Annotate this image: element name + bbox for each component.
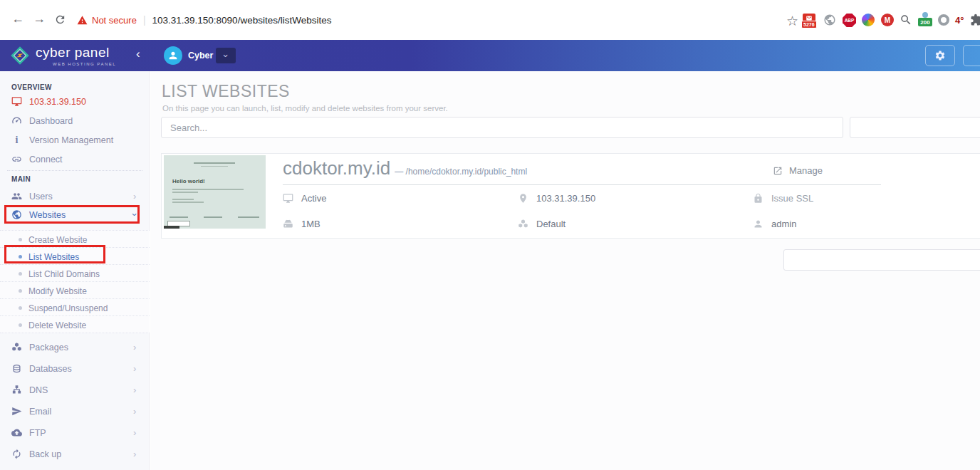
sidebar-item-backup[interactable]: Back up › — [0, 446, 150, 463]
search-input[interactable] — [161, 117, 843, 138]
sidebar-item-packages[interactable]: Packages › — [0, 339, 150, 356]
owner-label: admin — [771, 219, 796, 229]
mail-badge: 5276 — [801, 21, 817, 28]
sidebar-item-server-ip[interactable]: 103.31.39.150 — [0, 93, 150, 110]
manage-button[interactable]: Manage — [773, 165, 823, 176]
map-pin-icon — [518, 193, 528, 204]
sidebar-subitem-create-website[interactable]: Create Website — [0, 230, 150, 247]
adblock-extension-icon[interactable]: ABP — [843, 14, 857, 28]
monitor-icon — [283, 193, 293, 204]
sidebar-subitem-list-websites[interactable]: List Websites — [0, 247, 150, 264]
photos-extension-icon[interactable] — [862, 14, 876, 28]
link-icon — [11, 154, 22, 164]
owner-cell: admin — [753, 219, 796, 229]
thumb-line — [172, 202, 204, 203]
sidebar-item-label: Version Management — [29, 135, 113, 145]
browser-back-button[interactable]: ← — [11, 11, 24, 26]
sidebar-subitem-delete-website[interactable]: Delete Website — [0, 315, 150, 333]
dashboard-icon — [11, 115, 22, 126]
sidebar-item-label: Connect — [29, 155, 63, 164]
subitem-label: List Child Domains — [28, 269, 100, 279]
subitem-label: Suspend/Unsuspend — [28, 303, 108, 313]
warning-icon — [77, 15, 88, 26]
ring-extension-icon[interactable] — [938, 14, 952, 28]
thumb-line — [172, 199, 194, 200]
sidebar-item-dashboard[interactable]: Dashboard — [0, 113, 150, 130]
sidebar-item-label: Websites — [29, 210, 66, 220]
thumb-line — [201, 166, 228, 167]
thumb-line — [194, 162, 235, 164]
mail-extension-icon[interactable]: 5276 — [803, 14, 817, 28]
hdd-icon — [283, 219, 293, 229]
sidebar-item-connect[interactable]: Connect — [0, 151, 150, 168]
filter-input[interactable] — [850, 117, 980, 138]
bullet-icon — [19, 306, 22, 310]
bookmark-star-icon[interactable]: ☆ — [786, 13, 798, 29]
sidebar-item-version-management[interactable]: i Version Management — [0, 132, 150, 149]
chevron-right-icon: › — [133, 363, 136, 374]
search-extension-icon[interactable] — [900, 14, 914, 28]
sidebar-item-ftp[interactable]: FTP › — [0, 424, 150, 442]
settings-gear-button[interactable] — [925, 45, 955, 66]
website-domain[interactable]: cdoktor.my.id — [283, 157, 390, 179]
vpn-badge: 200 — [918, 18, 932, 26]
gear-icon — [934, 50, 946, 61]
thumb-line — [172, 189, 244, 190]
user-avatar[interactable] — [164, 46, 182, 65]
records-input[interactable] — [783, 249, 980, 271]
backup-icon — [11, 449, 22, 459]
main-content: LIST WEBSITES On this page you can launc… — [150, 71, 980, 470]
thumb-line — [170, 216, 188, 218]
thumb-line — [172, 192, 198, 193]
submenu-end-divider — [0, 333, 150, 333]
bullet-icon — [19, 323, 22, 327]
website-thumbnail[interactable]: Hello world! — [164, 155, 266, 229]
address-separator: | — [143, 14, 146, 26]
chevron-right-icon: › — [133, 406, 136, 417]
avatar-dot-icon — [922, 12, 928, 18]
browser-forward-button[interactable]: → — [33, 11, 46, 26]
lock-icon — [753, 193, 763, 204]
sidebar-item-users[interactable]: Users › — [0, 188, 150, 205]
globe-extension-icon[interactable] — [823, 14, 838, 28]
database-icon — [11, 363, 22, 374]
cyberpanel-logo-icon[interactable] — [10, 46, 30, 66]
sidebar-collapse-button[interactable]: ‹ — [136, 47, 140, 61]
chevron-right-icon: › — [133, 385, 136, 395]
address-bar[interactable]: Not secure | 103.31.39.150:8090/websites… — [77, 10, 331, 30]
extensions-puzzle-icon[interactable] — [970, 14, 980, 28]
sidebar-subitem-list-child-domains[interactable]: List Child Domains — [0, 264, 150, 281]
sidebar-item-label: 103.31.39.150 — [29, 97, 86, 107]
sidebar-item-websites[interactable]: Websites › — [0, 207, 150, 224]
package-cell: Default — [518, 219, 565, 229]
thumb-line — [238, 216, 259, 218]
chevron-down-icon: › — [130, 213, 140, 216]
website-card: Hello world! cdoktor.my.id— /home/cdokto… — [161, 153, 980, 239]
header-extra-button[interactable] — [963, 45, 980, 66]
website-status-cell: Active — [283, 193, 326, 204]
sidebar: OVERVIEW 103.31.39.150 Dashboard i Versi… — [0, 71, 150, 470]
issue-ssl-button[interactable]: Issue SSL — [753, 193, 813, 204]
sidebar-subitem-modify-website[interactable]: Modify Website — [0, 281, 150, 298]
sidebar-divider — [7, 170, 142, 171]
cubes-icon — [518, 219, 528, 229]
disk-usage-cell: 1MB — [283, 219, 320, 229]
browser-reload-button[interactable] — [54, 14, 66, 26]
sidebar-item-label: Users — [29, 192, 53, 202]
sidebar-item-databases[interactable]: Databases › — [0, 360, 150, 377]
disk-usage-label: 1MB — [301, 219, 320, 229]
status-label: Active — [301, 193, 326, 204]
globe-icon — [11, 209, 22, 220]
user-menu-dropdown[interactable]: › — [216, 48, 236, 63]
chevron-right-icon: › — [133, 342, 136, 352]
page-title: LIST WEBSITES — [162, 82, 290, 101]
vpn-extension-icon[interactable]: 200 — [918, 14, 932, 28]
sidebar-item-email[interactable]: Email › — [0, 403, 150, 420]
manage-label: Manage — [789, 165, 823, 176]
bullet-icon — [19, 238, 22, 241]
weather-extension-icon[interactable]: 4° — [955, 14, 969, 28]
sidebar-item-dns[interactable]: DNS › — [0, 382, 150, 399]
sidebar-subitem-suspend-unsuspend[interactable]: Suspend/Unsuspend — [0, 298, 150, 315]
m-extension-icon[interactable]: M — [881, 14, 895, 28]
paper-plane-icon — [11, 406, 22, 417]
